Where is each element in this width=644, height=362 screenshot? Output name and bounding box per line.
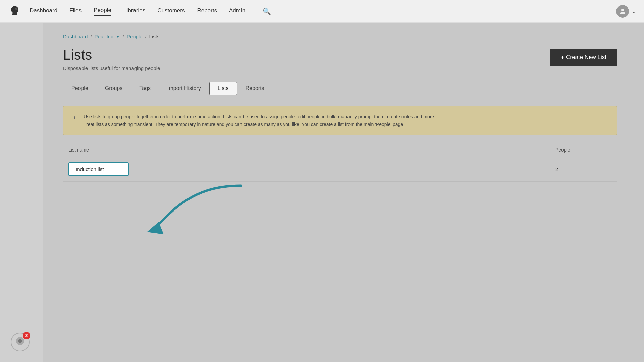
nav-customers[interactable]: Customers [157, 7, 185, 15]
main-content: Dashboard / Pear Inc. ▼ / People / Lists… [43, 23, 644, 362]
sidebar [0, 23, 43, 362]
info-text-line1: Use lists to group people together in or… [84, 114, 435, 119]
notification-badge: 2 [23, 332, 30, 339]
nav-files[interactable]: Files [69, 7, 82, 15]
breadcrumb-org-chevron-icon: ▼ [116, 34, 120, 39]
page-title: Lists [63, 47, 160, 63]
tab-reports[interactable]: Reports [237, 82, 273, 95]
info-text: Use lists to group people together in or… [84, 113, 435, 128]
list-name-highlighted[interactable]: Induction list [68, 162, 129, 176]
page-title-group: Lists Disposable lists useful for managi… [63, 47, 160, 71]
topnav: Dashboard Files People Libraries Custome… [0, 0, 644, 23]
page-header: Lists Disposable lists useful for managi… [63, 47, 617, 71]
tab-groups[interactable]: Groups [97, 82, 131, 95]
search-icon[interactable]: 🔍 [263, 7, 271, 15]
breadcrumb-sep-3: / [145, 34, 146, 39]
breadcrumb: Dashboard / Pear Inc. ▼ / People / Lists [63, 34, 617, 39]
info-box: i Use lists to group people together in … [63, 106, 617, 135]
col-header-people: People [550, 143, 617, 157]
nav-admin[interactable]: Admin [229, 7, 245, 15]
create-new-list-button[interactable]: + Create New List [550, 49, 617, 66]
nav-reports[interactable]: Reports [197, 7, 217, 15]
breadcrumb-current: Lists [149, 34, 160, 39]
breadcrumb-people[interactable]: People [127, 34, 143, 39]
page-subtitle: Disposable lists useful for managing peo… [63, 65, 160, 71]
breadcrumb-sep-1: / [90, 34, 92, 39]
arrow-annotation [127, 182, 248, 237]
avatar[interactable] [616, 5, 629, 18]
svg-point-1 [621, 9, 624, 11]
breadcrumb-org-name: Pear Inc. [95, 34, 115, 39]
nav-people[interactable]: People [94, 7, 111, 16]
col-header-list-name: List name [63, 143, 550, 157]
tab-lists[interactable]: Lists [209, 82, 237, 95]
nav-dashboard[interactable]: Dashboard [30, 7, 57, 15]
tabs: People Groups Tags Import History Lists … [63, 82, 617, 95]
tab-people[interactable]: People [63, 82, 97, 95]
tab-tags[interactable]: Tags [131, 82, 159, 95]
table-row[interactable]: Induction list 2 [63, 157, 617, 181]
logo[interactable] [8, 5, 21, 18]
list-name-cell: Induction list [63, 157, 550, 181]
list-people-count: 2 [550, 157, 617, 181]
breadcrumb-dashboard[interactable]: Dashboard [63, 34, 88, 39]
avatar-chevron-icon[interactable]: ⌄ [632, 8, 636, 14]
breadcrumb-org[interactable]: Pear Inc. ▼ [95, 34, 120, 39]
nav-links: Dashboard Files People Libraries Custome… [30, 7, 616, 16]
notification-widget[interactable]: 2 [11, 333, 30, 351]
lists-table: List name People Induction list 2 [63, 143, 617, 182]
info-icon: i [71, 114, 78, 121]
notification-icon[interactable]: 2 [11, 333, 30, 351]
breadcrumb-sep-2: / [122, 34, 124, 39]
nav-libraries[interactable]: Libraries [123, 7, 145, 15]
tab-import-history[interactable]: Import History [159, 82, 209, 95]
svg-marker-2 [147, 222, 164, 234]
topnav-right: ⌄ [616, 5, 636, 18]
info-text-line2: Treat lists as something transient. They… [84, 122, 405, 127]
